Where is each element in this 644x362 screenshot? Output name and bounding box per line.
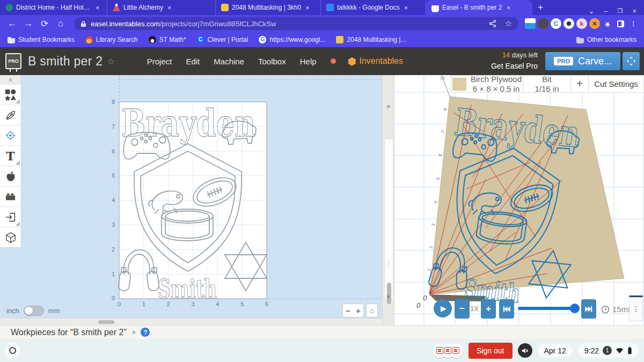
target-extension-icon[interactable] xyxy=(564,18,574,29)
sim-progress-track[interactable] xyxy=(518,307,578,310)
trial-status: 14 days left Get Easel Pro xyxy=(491,50,538,71)
reload-icon[interactable]: ⟳ xyxy=(38,18,52,29)
bit-selector[interactable]: Bit1/16 in xyxy=(523,76,570,92)
sim-speed-down-button[interactable]: − xyxy=(455,299,470,319)
tab-google-docs[interactable]: talkkkk - Google Docs× xyxy=(321,0,426,15)
browser-menu-icon[interactable]: ⋮ xyxy=(628,18,639,29)
mm-label[interactable]: mm xyxy=(48,307,60,315)
c-extension-icon[interactable]: C xyxy=(551,18,561,29)
preview-3d-view[interactable]: 10 8 7 6 5 4 3 2 1 0 0 xyxy=(394,75,644,325)
sim-skip-start-button[interactable] xyxy=(499,299,514,319)
bookmark-student-bookmarks[interactable]: Student Bookmarks xyxy=(8,36,75,43)
zoom-out-button[interactable]: − xyxy=(343,304,353,317)
tab-close-icon[interactable]: × xyxy=(94,4,101,12)
side-panel-icon[interactable] xyxy=(615,18,626,29)
workpieces-collapse-icon[interactable]: » xyxy=(130,330,137,334)
zoom-home-button[interactable]: ⌂ xyxy=(366,304,378,317)
bookmark-st-math[interactable]: ST Math* xyxy=(149,36,186,43)
gray-extension-icon[interactable] xyxy=(538,18,548,29)
zoom-in-button[interactable]: + xyxy=(353,304,363,317)
get-easel-pro-link[interactable]: Get Easel Pro xyxy=(491,61,538,71)
tab-close-icon[interactable]: × xyxy=(505,4,511,12)
text-tool[interactable]: T xyxy=(0,146,21,166)
sim-skip-end-button[interactable] xyxy=(581,299,596,319)
projects-tool[interactable] xyxy=(0,187,21,207)
launcher-button[interactable] xyxy=(4,343,20,359)
tab-close-icon[interactable]: × xyxy=(166,4,173,12)
status-tray[interactable]: 9:22 1 xyxy=(578,343,639,358)
design-library-tool[interactable] xyxy=(0,166,21,187)
sim-progress-knob[interactable] xyxy=(570,304,580,313)
easel-logo[interactable]: PRO xyxy=(5,53,21,69)
design-canvas-2d[interactable]: 8 7 6 5 4 3 2 1 0 0 1 2 3 4 5 6 xyxy=(21,75,382,318)
svg-text:7: 7 xyxy=(112,123,115,130)
bookmark-library-search[interactable]: Library Search xyxy=(85,36,138,43)
sign-out-button[interactable]: Sign out xyxy=(469,343,512,359)
other-bookmarks-folder[interactable]: Other bookmarks xyxy=(576,36,636,43)
menu-machine[interactable]: Machine xyxy=(214,57,244,66)
back-icon[interactable]: ← xyxy=(5,18,19,29)
tab-2048[interactable]: 2048 Multitasking | 3kh0× xyxy=(216,0,321,15)
tab-close-icon[interactable]: × xyxy=(403,4,409,12)
bookmark-2048[interactable]: 2048 Multitasking |... xyxy=(336,36,406,43)
panel-divider[interactable]: » ⋮ « xyxy=(382,75,394,325)
drag-handle-icon[interactable]: ⋮ xyxy=(385,260,393,267)
horizontal-scrollbar[interactable] xyxy=(0,318,382,325)
tab-close-icon[interactable]: × xyxy=(304,4,311,12)
expand-right-icon[interactable]: » xyxy=(383,102,394,110)
3d-view-tool[interactable] xyxy=(0,227,21,248)
svg-text:3: 3 xyxy=(191,301,194,307)
import-tool[interactable] xyxy=(0,207,21,227)
menu-edit[interactable]: Edit xyxy=(186,57,200,66)
inch-label[interactable]: inch xyxy=(6,307,19,315)
k-extension-icon[interactable]: k xyxy=(576,18,587,29)
menu-project[interactable]: Project xyxy=(147,57,172,66)
inventables-link[interactable]: ⬢ Inventables xyxy=(348,55,403,68)
divider-scroll-track[interactable]: ⋮ xyxy=(384,138,393,299)
sim-play-button[interactable]: ▶ xyxy=(434,299,452,317)
bookmark-google[interactable]: Ghttps://www.googl... xyxy=(259,36,325,43)
window-close-button[interactable]: × xyxy=(632,7,636,15)
hscroll-thumb[interactable] xyxy=(98,320,114,324)
orange-extension-icon[interactable]: ✕ xyxy=(589,18,600,29)
svg-text:0: 0 xyxy=(112,295,115,301)
notification-icons[interactable] xyxy=(433,343,463,358)
bookmark-clever-portal[interactable]: CClever | Portal xyxy=(197,36,248,43)
collapse-left-icon[interactable]: « xyxy=(383,292,394,300)
pen-tool[interactable] xyxy=(0,105,21,125)
volume-muted-button[interactable] xyxy=(518,343,532,358)
window-minimize-button[interactable]: – xyxy=(604,7,608,15)
cut-settings-tab[interactable]: Cut Settings xyxy=(588,76,643,92)
tab-district-home[interactable]: District Home - Half Hollow Hi× xyxy=(0,0,107,15)
help-icon[interactable]: ? xyxy=(141,328,150,337)
project-title[interactable]: B smith per 2 xyxy=(28,54,103,69)
fullscreen-button[interactable] xyxy=(623,52,640,70)
bookmark-star-icon[interactable]: ☆ xyxy=(505,19,512,28)
forward-icon[interactable]: → xyxy=(21,18,35,29)
screenshot-extension-icon[interactable] xyxy=(525,18,536,29)
brick-icon xyxy=(4,190,17,203)
svg-text:3: 3 xyxy=(112,221,115,228)
shapes-tool[interactable] xyxy=(0,85,21,105)
home-icon[interactable]: ⌂ xyxy=(54,18,68,29)
tab-little-alchemy[interactable]: Little Alchemy× xyxy=(107,0,216,15)
address-bar[interactable]: easel.inventables.com/projects/corj7mGnw… xyxy=(74,17,518,30)
tab-search-chevron-icon[interactable]: ⌄ xyxy=(588,7,594,15)
window-restore-button[interactable]: ❐ xyxy=(618,8,623,14)
menu-toolbox[interactable]: Toolbox xyxy=(258,57,286,66)
sim-speed-up-button[interactable]: + xyxy=(481,299,496,319)
sim-menu-button[interactable]: ⋮ xyxy=(629,295,643,321)
new-tab-button[interactable]: + xyxy=(532,0,547,15)
toolbar-collapse-button[interactable]: » xyxy=(0,75,21,85)
carve-button[interactable]: PRO Carve... xyxy=(545,52,620,70)
tab-easel-active[interactable]: Easel - B smith per 2× xyxy=(426,0,532,15)
favorite-star-icon[interactable]: ☆ xyxy=(107,56,114,67)
add-bit-button[interactable]: + xyxy=(570,76,588,92)
unit-toggle[interactable] xyxy=(24,306,44,316)
drill-origin-tool[interactable] xyxy=(0,125,21,146)
material-selector[interactable]: Birch Plywood6 × 8 × 0.5 in xyxy=(451,76,523,92)
share-icon[interactable] xyxy=(489,20,496,27)
extensions-puzzle-icon[interactable]: ⚹ xyxy=(602,18,613,29)
date-pill[interactable]: Apr 12 xyxy=(538,344,573,358)
menu-help[interactable]: Help xyxy=(300,57,317,66)
